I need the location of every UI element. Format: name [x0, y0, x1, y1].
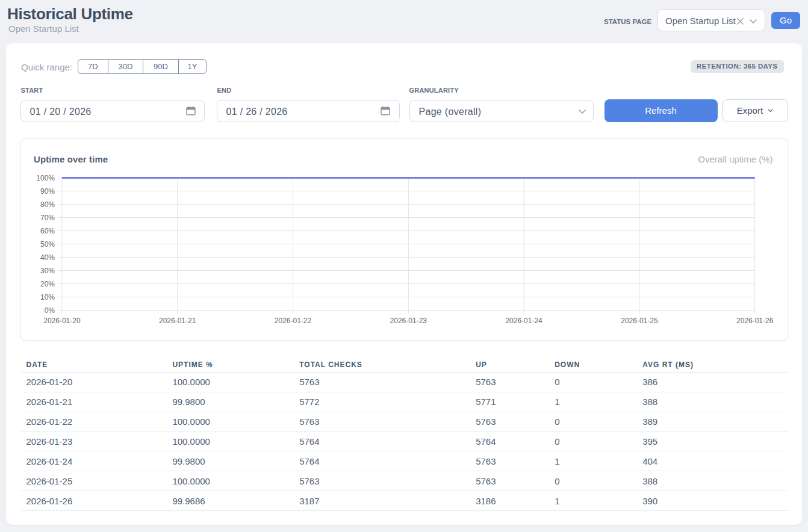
- svg-text:40%: 40%: [40, 253, 54, 262]
- svg-text:2026-01-21: 2026-01-21: [159, 317, 196, 325]
- svg-text:2026-01-26: 2026-01-26: [736, 317, 774, 325]
- svg-text:100%: 100%: [36, 174, 55, 182]
- svg-text:2026-01-25: 2026-01-25: [621, 317, 658, 325]
- svg-text:2026-01-20: 2026-01-20: [43, 317, 81, 325]
- svg-text:60%: 60%: [40, 227, 54, 235]
- svg-text:2026-01-23: 2026-01-23: [390, 317, 427, 325]
- svg-text:10%: 10%: [40, 293, 54, 302]
- svg-text:0%: 0%: [44, 306, 55, 315]
- svg-text:30%: 30%: [40, 267, 54, 275]
- svg-text:20%: 20%: [40, 280, 54, 288]
- svg-text:50%: 50%: [40, 240, 54, 249]
- svg-text:2026-01-22: 2026-01-22: [274, 317, 311, 325]
- svg-text:2026-01-24: 2026-01-24: [505, 317, 542, 325]
- svg-text:70%: 70%: [40, 214, 54, 222]
- svg-text:80%: 80%: [40, 200, 54, 209]
- svg-text:90%: 90%: [40, 187, 54, 196]
